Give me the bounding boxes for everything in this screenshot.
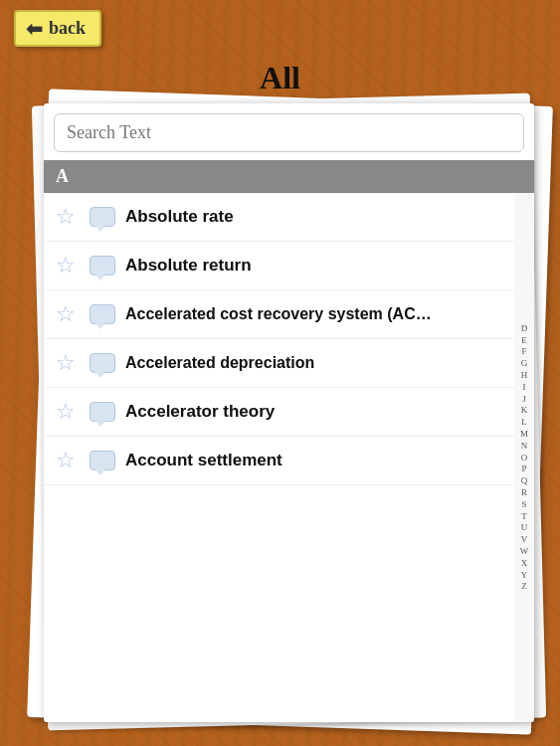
index-letter-z[interactable]: Z xyxy=(521,581,527,592)
section-letter: A xyxy=(56,166,69,186)
item-text: Accelerated cost recovery system (AC… xyxy=(125,304,432,325)
chat-icon xyxy=(88,349,117,377)
back-label: back xyxy=(49,18,86,39)
list-item[interactable]: ☆ Absolute return xyxy=(44,242,514,290)
section-header: A xyxy=(44,160,534,193)
index-letter-t[interactable]: T xyxy=(521,511,527,522)
star-icon: ☆ xyxy=(52,447,80,474)
item-text: Absolute rate xyxy=(125,206,234,228)
search-input[interactable] xyxy=(54,113,524,152)
index-letter-l[interactable]: L xyxy=(521,417,527,428)
list-item[interactable]: ☆ Accelerator theory xyxy=(44,388,514,437)
chat-icon xyxy=(88,252,117,280)
item-text: Absolute return xyxy=(125,255,252,277)
index-letter-p[interactable]: P xyxy=(521,464,526,474)
index-letter-o[interactable]: O xyxy=(521,453,528,464)
index-letter-h[interactable]: H xyxy=(521,370,528,381)
index-letter-i[interactable]: I xyxy=(523,382,526,393)
index-letter-g[interactable]: G xyxy=(521,358,528,369)
star-icon: ☆ xyxy=(52,203,80,231)
star-icon: ☆ xyxy=(52,398,80,426)
chat-icon xyxy=(88,300,117,328)
chat-icon xyxy=(88,447,117,474)
chat-icon xyxy=(88,398,117,426)
index-letter-x[interactable]: X xyxy=(521,558,528,569)
item-text: Accelerated depreciation xyxy=(125,353,314,374)
index-letter-r[interactable]: R xyxy=(521,487,527,498)
main-paper: A ☆ Absolute rate ☆ Absolute return ☆ xyxy=(44,103,534,722)
index-letter-f[interactable]: F xyxy=(521,346,526,357)
list-item[interactable]: ☆ Absolute rate xyxy=(44,193,514,242)
index-letter-k[interactable]: K xyxy=(521,405,528,416)
index-letter-u[interactable]: U xyxy=(521,522,528,533)
page-title: All xyxy=(0,60,560,96)
list-item[interactable]: ☆ Accelerated cost recovery system (AC… xyxy=(44,290,514,339)
item-text: Accelerator theory xyxy=(125,401,275,423)
star-icon: ☆ xyxy=(52,349,80,377)
index-letter-w[interactable]: W xyxy=(520,546,529,557)
chat-icon xyxy=(88,203,117,231)
list-container: ☆ Absolute rate ☆ Absolute return ☆ Acce… xyxy=(44,193,534,722)
index-letter-y[interactable]: Y xyxy=(521,570,528,581)
item-text: Account settlement xyxy=(125,450,282,471)
index-letter-n[interactable]: N xyxy=(521,441,528,452)
index-letter-q[interactable]: Q xyxy=(521,475,528,486)
index-letter-e[interactable]: E xyxy=(521,335,527,346)
star-icon: ☆ xyxy=(52,300,80,328)
back-button[interactable]: ⬅ back xyxy=(14,10,101,47)
index-letter-j[interactable]: J xyxy=(522,394,526,405)
index-sidebar: D E F G H I J K L M N O P Q R S T U V W … xyxy=(514,193,534,722)
back-arrow-icon: ⬅ xyxy=(26,19,43,39)
list-item[interactable]: ☆ Account settlement xyxy=(44,437,514,485)
star-icon: ☆ xyxy=(52,252,80,280)
index-letter-d[interactable]: D xyxy=(521,323,528,334)
index-letter-v[interactable]: V xyxy=(521,534,528,545)
list-items: ☆ Absolute rate ☆ Absolute return ☆ Acce… xyxy=(44,193,514,722)
index-letter-s[interactable]: S xyxy=(521,499,526,510)
list-item[interactable]: ☆ Accelerated depreciation xyxy=(44,339,514,388)
index-letter-m[interactable]: M xyxy=(520,429,528,440)
